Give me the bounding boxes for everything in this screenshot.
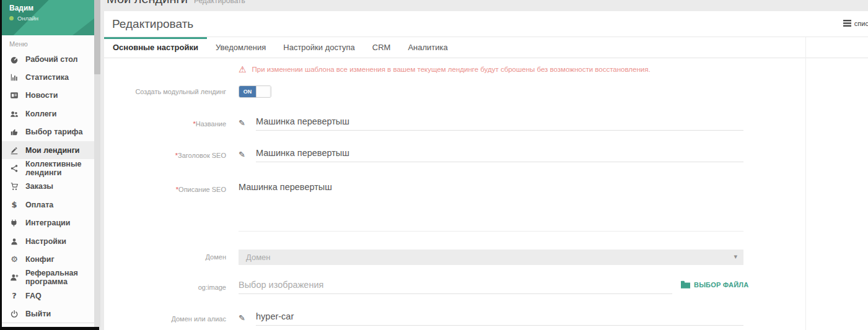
integrations-icon [9, 219, 19, 227]
app-window: Вадим Онлайн Меню Рабочий столСтатистика… [0, 0, 868, 330]
og-image-label: og:image [104, 280, 226, 291]
og-image-row: og:image ВЫБОР ФАЙЛА [104, 280, 868, 294]
pencil-icon: ✎ [239, 116, 250, 128]
sidebar-item-stats[interactable]: Статистика [2, 68, 94, 86]
screen-edge-bottom [0, 327, 99, 330]
alias-input[interactable] [256, 311, 743, 326]
folder-icon [681, 280, 690, 289]
sidebar-item-orders[interactable]: Заказы [2, 178, 94, 196]
sidebar-item-integrations[interactable]: Интеграции [2, 214, 94, 232]
sidebar-item-dashboard[interactable]: Рабочий стол [2, 50, 94, 68]
sidebar-item-landings[interactable]: Мои лендинги [2, 141, 94, 159]
breadcrumb: Мои лендинги Редактировать [107, 0, 245, 6]
toggle-knob [256, 86, 271, 97]
sidebar-item-payment[interactable]: $Оплата [2, 196, 94, 214]
seo-description-label: *Описание SEO [104, 182, 226, 193]
alias-label: Домен или алиас [104, 311, 226, 323]
page-title: Мои лендинги [107, 0, 188, 6]
list-button[interactable]: список [843, 19, 868, 27]
sidebar-item-share[interactable]: Коллективные лендинги [2, 159, 94, 177]
faq-icon: ? [9, 291, 19, 300]
seo-description-row: *Описание SEO Машинка перевертыш [104, 182, 868, 232]
user-status: Онлайн [9, 15, 38, 22]
domain-select-value: Домен [246, 253, 271, 262]
sidebar-item-settings[interactable]: Настройки [2, 232, 94, 250]
sidebar: Вадим Онлайн Меню Рабочий столСтатистика… [2, 0, 94, 330]
stats-icon [9, 73, 19, 82]
landings-icon [9, 146, 19, 155]
settings-icon [9, 237, 19, 246]
tab-access-settings[interactable]: Настройки доступа [274, 37, 364, 58]
pencil-icon: ✎ [239, 311, 250, 323]
sidebar-menu: Рабочий столСтатистикаНовостиКоллегиВыбо… [2, 50, 94, 323]
scrollbar-thumb[interactable] [94, 0, 100, 74]
seo-title-label: *Заголовок SEO [104, 148, 226, 159]
share-icon [9, 164, 19, 173]
seo-description-textarea[interactable]: Машинка перевертыш [239, 182, 743, 232]
tariff-icon [9, 128, 19, 136]
alias-row: Домен или алиас ✎ [104, 311, 868, 326]
template-warning: ⚠ При изменении шаблона все изменения в … [239, 64, 868, 75]
logout-icon [9, 310, 19, 318]
sidebar-item-logout[interactable]: Выйти [2, 305, 94, 323]
screen-edge-left [0, 0, 2, 330]
menu-section-label: Меню [9, 40, 94, 48]
list-icon [843, 19, 851, 27]
chevron-down-icon: ▾ [734, 253, 737, 261]
choose-file-button[interactable]: ВЫБОР ФАЙЛА [681, 280, 748, 289]
referral-icon [9, 273, 19, 282]
list-button-label: список [854, 20, 868, 27]
online-status-icon [9, 16, 14, 20]
edit-card: Редактировать список Основные настройки … [104, 11, 868, 330]
module-toggle-label: Создать модульный лендинг [104, 85, 226, 95]
choose-file-label: ВЫБОР ФАЙЛА [694, 281, 748, 289]
tab-content: ⚠ При изменении шаблона все изменения в … [104, 58, 868, 326]
domain-select[interactable]: Домен ▾ [239, 250, 743, 265]
sidebar-item-referral[interactable]: Реферальная программа [2, 269, 94, 287]
user-status-label: Онлайн [17, 15, 38, 22]
dashboard-icon [9, 55, 19, 64]
tab-crm[interactable]: CRM [364, 37, 400, 58]
colleagues-icon [9, 110, 19, 118]
main-area: Мои лендинги Редактировать Редактировать… [100, 0, 868, 330]
warning-icon: ⚠ [239, 65, 247, 74]
payment-icon: $ [9, 200, 19, 209]
sidebar-item-config[interactable]: ⚙Конфиг [2, 250, 94, 268]
seo-title-row: *Заголовок SEO ✎ [104, 148, 868, 162]
tab-notifications[interactable]: Уведомления [207, 37, 274, 58]
name-row: *Название ✎ [104, 116, 868, 131]
sidebar-item-faq[interactable]: ?FAQ [2, 287, 94, 305]
warning-text: При изменении шаблона все изменения в ва… [252, 66, 651, 73]
user-profile-panel: Вадим Онлайн [2, 0, 94, 35]
sidebar-divider [2, 323, 94, 323]
tab-main-settings[interactable]: Основные настройки [104, 37, 207, 58]
card-header: Редактировать список [104, 11, 868, 37]
pencil-icon: ✎ [239, 148, 250, 159]
module-landing-row: Создать модульный лендинг ON [104, 85, 868, 98]
module-landing-toggle[interactable]: ON [239, 85, 271, 98]
sidebar-item-news[interactable]: Новости [2, 87, 94, 105]
domain-label: Домен [104, 250, 226, 261]
name-input[interactable] [256, 116, 743, 131]
tab-analytics[interactable]: Аналитика [399, 37, 456, 58]
card-title: Редактировать [112, 17, 193, 31]
sidebar-item-tariff[interactable]: Выбор тарифа [2, 123, 94, 141]
tab-bar: Основные настройки Уведомления Настройки… [104, 37, 868, 58]
sidebar-item-colleagues[interactable]: Коллеги [2, 105, 94, 123]
name-label: *Название [104, 116, 226, 128]
config-icon: ⚙ [9, 254, 19, 264]
sidebar-scrollbar[interactable] [94, 0, 100, 330]
seo-title-input[interactable] [256, 148, 743, 162]
toggle-on-label: ON [239, 86, 256, 97]
orders-icon [9, 182, 19, 191]
og-image-input[interactable] [239, 280, 672, 294]
news-icon [9, 91, 19, 100]
domain-row: Домен Домен ▾ [104, 250, 868, 265]
breadcrumb-bar: Мои лендинги Редактировать [100, 0, 868, 11]
user-name: Вадим [9, 4, 33, 12]
breadcrumb-current: Редактировать [194, 0, 245, 5]
